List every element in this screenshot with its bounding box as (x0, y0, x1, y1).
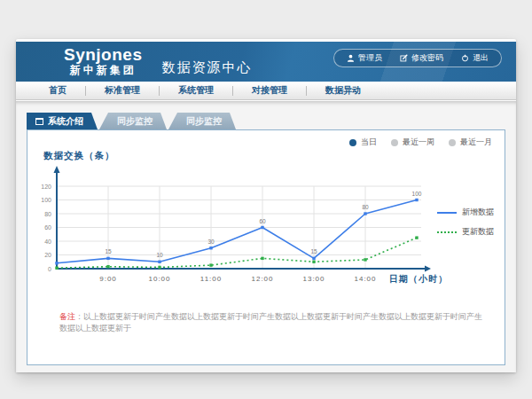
svg-text:60: 60 (44, 224, 51, 231)
app-header: Synjones 新中新集团 数据资源中心 管理员修改密码退出 (16, 42, 516, 82)
svg-text:日期（小时）: 日期（小时） (389, 274, 448, 284)
nav-item-2[interactable]: 系统管理 (160, 84, 232, 97)
svg-text:80: 80 (44, 211, 51, 217)
user-menu-item-1[interactable]: 修改密码 (391, 52, 452, 64)
tab-label: 同步监控 (117, 115, 153, 128)
user-menu-label: 修改密码 (411, 52, 443, 64)
svg-text:100: 100 (41, 197, 51, 203)
svg-text:13:00: 13:00 (302, 275, 325, 283)
legend-item-0: 新增数据 (437, 207, 494, 218)
svg-text:80: 80 (362, 204, 369, 210)
line-chart: 0204060801001209:0010:0011:0012:0013:001… (27, 162, 505, 291)
tab-label: 系统介绍 (48, 115, 83, 128)
user-menu-item-0[interactable]: 管理员 (338, 52, 391, 64)
page-title: 数据资源中心 (161, 59, 252, 76)
user-menu-item-2[interactable]: 退出 (452, 52, 497, 64)
footnote-text: ：以上数据更新于时间产生数据以上数据更新于时间产生数据以上数据更新于时间产生数据… (59, 312, 482, 332)
power-icon (461, 54, 469, 62)
radio-dot (449, 139, 456, 146)
range-option-1[interactable]: 最近一周 (391, 137, 434, 148)
legend-item-1: 更新数据 (437, 226, 494, 238)
svg-text:9:00: 9:00 (99, 275, 117, 283)
svg-text:15: 15 (105, 248, 112, 254)
logo-company-text: 新中新集团 (64, 65, 142, 76)
range-filter: 当日最近一周最近一月 (349, 137, 492, 148)
radio-label: 最近一月 (460, 137, 492, 148)
radio-label: 当日 (361, 137, 377, 148)
user-icon (347, 54, 355, 62)
main-nav: 首页标准管理系统管理对接管理数据异动 (16, 82, 516, 100)
nav-item-4[interactable]: 数据异动 (307, 84, 379, 97)
legend-line-sample (437, 231, 457, 233)
content-area: 系统介绍同步监控同步监控 当日最近一周最近一月 数据交换（条） 02040608… (16, 101, 516, 372)
brand-logo: Synjones 新中新集团 (64, 46, 142, 76)
nav-item-0[interactable]: 首页 (30, 84, 85, 97)
tab-icon (35, 118, 43, 125)
user-menu-label: 退出 (473, 52, 489, 64)
radio-dot (349, 139, 356, 146)
svg-text:0: 0 (48, 266, 51, 272)
tab-bar: 系统介绍同步监控同步监控 (27, 113, 236, 129)
user-menu: 管理员修改密码退出 (333, 49, 502, 67)
tab-0[interactable]: 系统介绍 (27, 113, 98, 129)
footnote-prefix: 备注 (59, 312, 75, 321)
chart-legend: 新增数据更新数据 (437, 207, 494, 246)
tab-1[interactable]: 同步监控 (99, 113, 167, 129)
nav-item-3[interactable]: 对接管理 (233, 84, 306, 97)
edit-icon (400, 54, 408, 62)
tab-2[interactable]: 同步监控 (168, 113, 236, 129)
svg-text:15: 15 (310, 248, 317, 254)
svg-text:11:00: 11:00 (200, 275, 222, 283)
svg-text:10: 10 (156, 252, 163, 258)
y-axis-title: 数据交换（条） (43, 150, 115, 162)
svg-text:100: 100 (412, 191, 422, 197)
range-option-2[interactable]: 最近一月 (449, 137, 492, 148)
tab-label: 同步监控 (186, 115, 222, 128)
svg-text:20: 20 (44, 252, 51, 258)
user-menu-label: 管理员 (358, 52, 382, 64)
svg-text:10:00: 10:00 (148, 275, 170, 283)
legend-line-sample (437, 212, 457, 214)
radio-dot (391, 139, 398, 146)
svg-text:14:00: 14:00 (354, 275, 376, 283)
logo-brand-text: Synjones (64, 46, 142, 65)
svg-text:60: 60 (259, 218, 266, 224)
svg-text:120: 120 (41, 184, 51, 190)
legend-label: 新增数据 (462, 207, 494, 218)
svg-text:12:00: 12:00 (251, 275, 273, 283)
svg-text:30: 30 (207, 239, 215, 245)
legend-label: 更新数据 (462, 226, 494, 238)
svg-text:40: 40 (44, 239, 51, 245)
app-window: Synjones 新中新集团 数据资源中心 管理员修改密码退出 首页标准管理系统… (16, 39, 516, 372)
nav-item-1[interactable]: 标准管理 (86, 84, 159, 97)
chart-panel: 当日最近一周最近一月 数据交换（条） 0204060801001209:0010… (27, 129, 505, 365)
range-option-0[interactable]: 当日 (349, 137, 377, 148)
footnote: 备注：以上数据更新于时间产生数据以上数据更新于时间产生数据以上数据更新于时间产生… (59, 311, 487, 334)
radio-label: 最近一周 (403, 137, 434, 148)
